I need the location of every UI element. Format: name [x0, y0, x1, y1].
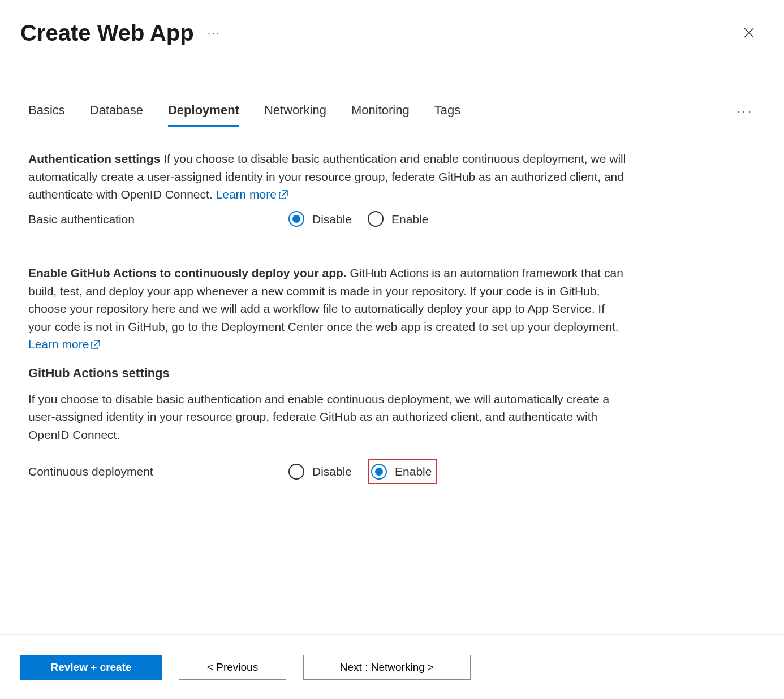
basic-auth-row: Basic authentication Disable Enable [28, 210, 628, 228]
page-header: Create Web App ··· [0, 0, 784, 50]
tab-database[interactable]: Database [90, 95, 143, 127]
tab-basics[interactable]: Basics [28, 95, 65, 127]
basic-auth-enable-label: Enable [391, 210, 428, 228]
cd-enable-highlight: Enable [368, 459, 437, 484]
close-button[interactable] [739, 23, 759, 43]
cd-disable-label: Disable [312, 463, 352, 481]
basic-auth-radio-group: Disable Enable [288, 210, 428, 228]
auth-learn-more-link[interactable]: Learn more [216, 188, 288, 201]
cd-enable-label: Enable [395, 463, 432, 481]
continuous-deployment-label: Continuous deployment [28, 463, 288, 481]
basic-auth-disable-label: Disable [312, 210, 352, 228]
gha-settings-body: If you choose to disable basic authentic… [28, 390, 628, 444]
tab-monitoring[interactable]: Monitoring [351, 95, 410, 127]
radio-icon [368, 211, 384, 227]
continuous-deployment-radio-group: Disable Enable [288, 459, 437, 484]
cd-enable-radio[interactable]: Enable [371, 463, 432, 481]
tab-tags[interactable]: Tags [434, 95, 460, 127]
gha-heading: Enable GitHub Actions to continuously de… [28, 266, 347, 279]
radio-icon [288, 464, 304, 480]
page-title: Create Web App [20, 16, 194, 50]
gha-settings-heading: GitHub Actions settings [28, 364, 628, 382]
tab-bar: Basics Database Deployment Networking Mo… [0, 95, 784, 127]
basic-auth-disable-radio[interactable]: Disable [288, 210, 352, 228]
gha-description: Enable GitHub Actions to continuously de… [28, 264, 628, 353]
next-button[interactable]: Next : Networking > [303, 655, 471, 680]
gha-learn-more-text: Learn more [28, 338, 89, 351]
tab-networking[interactable]: Networking [264, 95, 326, 127]
previous-button[interactable]: < Previous [179, 655, 286, 680]
radio-icon [371, 464, 387, 480]
cd-disable-radio[interactable]: Disable [288, 463, 352, 481]
tab-deployment[interactable]: Deployment [168, 95, 239, 127]
basic-auth-enable-radio[interactable]: Enable [368, 210, 428, 228]
content-area: Authentication settings If you choose to… [0, 127, 656, 484]
external-link-icon [91, 340, 100, 349]
external-link-icon [279, 190, 288, 199]
gha-learn-more-link[interactable]: Learn more [28, 338, 100, 351]
review-create-button[interactable]: Review + create [20, 655, 162, 680]
auth-heading: Authentication settings [28, 152, 160, 165]
basic-auth-label: Basic authentication [28, 210, 288, 228]
header-more-icon[interactable]: ··· [208, 24, 221, 41]
tabs-overflow-icon[interactable]: ··· [736, 102, 753, 120]
auth-learn-more-text: Learn more [216, 188, 277, 201]
auth-description: Authentication settings If you choose to… [28, 150, 628, 204]
continuous-deployment-row: Continuous deployment Disable Enable [28, 459, 628, 484]
radio-icon [288, 211, 304, 227]
close-icon [743, 27, 755, 39]
footer-bar: Review + create < Previous Next : Networ… [0, 634, 784, 699]
